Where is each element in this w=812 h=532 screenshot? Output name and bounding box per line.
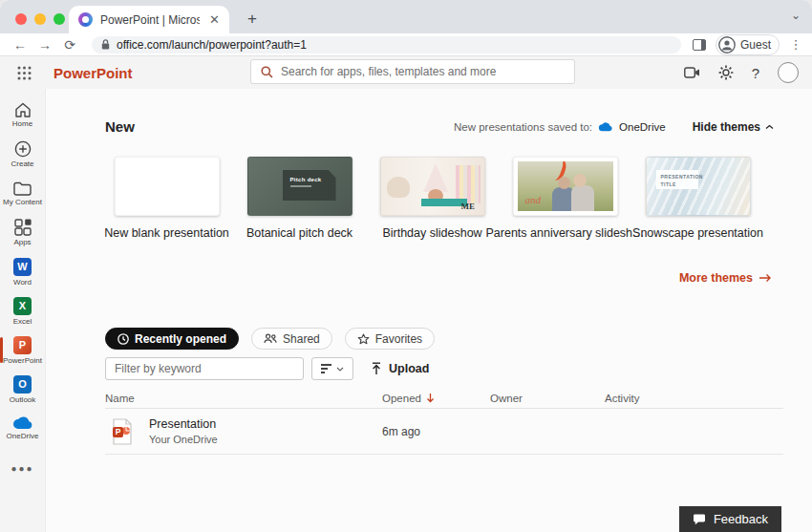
browser-tab-bar: PowerPoint | Microsoft 365 ✕ + ⌄ <box>0 0 812 33</box>
file-location: Your OneDrive <box>149 434 218 445</box>
saved-to-label: New presentations saved to: <box>454 121 592 133</box>
column-header-activity[interactable]: Activity <box>605 393 783 404</box>
snowscape-template-thumbnail: PRESENTATION TITLE <box>646 157 751 216</box>
botanical-template-thumbnail: Pitch deck <box>247 157 353 216</box>
sidebar-item-create[interactable]: Create <box>0 135 46 174</box>
tab-close-icon[interactable]: ✕ <box>207 12 222 27</box>
people-icon <box>264 333 277 344</box>
column-header-owner[interactable]: Owner <box>490 393 605 404</box>
file-name: Presentation <box>149 417 218 431</box>
powerpoint-file-icon: P <box>111 418 134 445</box>
profile-label: Guest <box>740 38 771 52</box>
new-section-title: New <box>105 118 135 135</box>
parents-template-thumbnail: and <box>513 157 618 216</box>
onedrive-icon <box>598 122 613 132</box>
sidebar-item-apps[interactable]: Apps <box>0 213 46 252</box>
window-close-button[interactable] <box>15 13 27 25</box>
account-avatar[interactable] <box>778 62 799 83</box>
sort-descending-icon <box>426 393 435 403</box>
window-minimize-button[interactable] <box>34 13 46 25</box>
upload-button[interactable]: Upload <box>371 362 429 375</box>
home-icon <box>14 102 32 117</box>
template-card-snowscape[interactable]: PRESENTATION TITLE Snowscape presentatio… <box>636 157 759 240</box>
table-row[interactable]: P Presentation Your OneDrive 6m ago <box>105 409 783 455</box>
outlook-icon: O <box>13 375 32 394</box>
column-header-opened[interactable]: Opened <box>382 393 490 404</box>
guest-avatar-icon <box>718 36 736 53</box>
clock-icon <box>118 333 129 345</box>
sidebar-item-excel[interactable]: X Excel <box>0 291 46 330</box>
search-icon <box>261 66 273 78</box>
tab-shared[interactable]: Shared <box>251 328 332 350</box>
svg-text:P: P <box>116 427 121 436</box>
url-text: office.com/launch/powerpoint?auth=1 <box>117 38 307 52</box>
template-card-botanical[interactable]: Pitch deck Botanical pitch deck <box>238 157 361 240</box>
more-themes-link[interactable]: More themes <box>679 271 772 285</box>
saved-to-target[interactable]: OneDrive <box>619 121 666 133</box>
blank-template-thumbnail <box>115 157 220 216</box>
tab-list-chevron-icon[interactable]: ⌄ <box>791 9 801 22</box>
back-icon[interactable]: ← <box>10 38 31 52</box>
filter-toolbar: Upload <box>105 357 429 380</box>
sidebar-item-powerpoint[interactable]: P PowerPoint <box>0 330 46 370</box>
file-filter-tabs: Recently opened Shared Favorites <box>105 328 435 350</box>
birthday-template-thumbnail: ME <box>380 157 485 216</box>
office-app-header: PowerPoint ? <box>0 56 812 89</box>
table-header: Name Opened Owner Activity <box>105 388 783 409</box>
tab-title: PowerPoint | Microsoft 365 <box>100 13 200 27</box>
feedback-button[interactable]: Feedback <box>679 506 781 532</box>
page-title: PowerPoint <box>53 65 133 81</box>
app-launcher-icon[interactable] <box>11 60 36 85</box>
sidebar-item-word[interactable]: W Word <box>0 252 46 291</box>
chevron-up-icon <box>765 124 774 130</box>
onedrive-icon <box>12 416 33 430</box>
template-card-parents[interactable]: and Parents anniversary slidesh… <box>503 157 627 240</box>
main-content: New New presentations saved to: OneDrive… <box>46 89 812 532</box>
tab-favorites[interactable]: Favorites <box>345 328 435 350</box>
speech-bubble-icon <box>693 514 706 525</box>
new-tab-button[interactable]: + <box>241 10 264 29</box>
excel-icon: X <box>13 297 32 315</box>
column-header-name[interactable]: Name <box>105 393 382 404</box>
arrow-right-icon <box>759 273 772 283</box>
settings-gear-icon[interactable] <box>718 65 734 80</box>
apps-icon <box>14 219 32 236</box>
browser-tab[interactable]: PowerPoint | Microsoft 365 ✕ <box>69 6 229 33</box>
traffic-lights <box>15 13 65 25</box>
sidebar-item-my-content[interactable]: My Content <box>0 174 46 213</box>
template-gallery: New blank presentation Pitch deck Botani… <box>105 157 759 240</box>
window-zoom-button[interactable] <box>53 13 65 25</box>
help-icon[interactable]: ? <box>752 65 759 81</box>
filter-icon <box>321 362 331 375</box>
sidebar-item-outlook[interactable]: O Outlook <box>0 370 46 409</box>
sidebar-item-onedrive[interactable]: OneDrive <box>0 409 46 448</box>
search-input[interactable] <box>281 65 565 78</box>
address-bar[interactable]: office.com/launch/powerpoint?auth=1 <box>92 36 681 53</box>
template-card-birthday[interactable]: ME Birthday slideshow <box>371 157 494 240</box>
filter-keyword-input[interactable] <box>105 357 304 380</box>
browser-url-bar: ← → ⟳ office.com/launch/powerpoint?auth=… <box>0 33 812 56</box>
meet-now-icon[interactable] <box>684 67 700 78</box>
side-panel-icon[interactable] <box>693 39 706 51</box>
recent-files-table: Name Opened Owner Activity <box>105 388 783 455</box>
sidebar-item-home[interactable]: Home <box>0 96 46 135</box>
template-card-blank[interactable]: New blank presentation <box>105 157 228 240</box>
reload-icon[interactable]: ⟳ <box>59 38 80 52</box>
browser-menu-icon[interactable]: ⋮ <box>789 37 802 52</box>
hide-themes-button[interactable]: Hide themes <box>693 120 774 134</box>
sidebar-more-icon[interactable]: ●●● <box>11 463 33 474</box>
powerpoint-icon: P <box>13 336 32 354</box>
folder-icon <box>13 181 32 196</box>
forward-icon[interactable]: → <box>34 38 55 52</box>
file-opened: 6m ago <box>382 425 490 438</box>
create-plus-icon <box>14 140 32 158</box>
tab-recently-opened[interactable]: Recently opened <box>105 328 239 350</box>
app-sidebar: Home Create My Content Apps W Word X Exc… <box>0 89 46 532</box>
browser-profile-button[interactable]: Guest <box>716 34 780 55</box>
browser-window: PowerPoint | Microsoft 365 ✕ + ⌄ ← → ⟳ o… <box>0 0 812 532</box>
lock-icon[interactable] <box>101 39 110 50</box>
filter-dropdown-button[interactable] <box>311 357 353 380</box>
upload-icon <box>371 362 382 375</box>
word-icon: W <box>13 258 32 276</box>
global-search[interactable] <box>250 59 575 84</box>
